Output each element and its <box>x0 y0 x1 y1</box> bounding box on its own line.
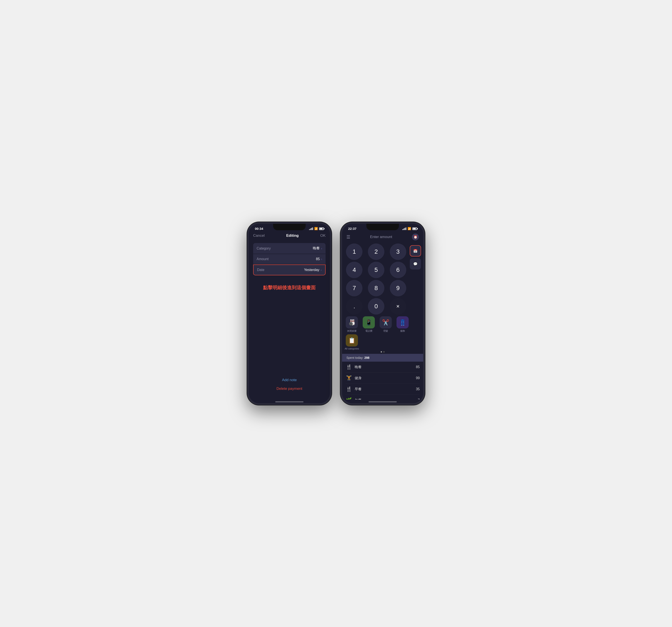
annotation: 點擊明細後進到這個畫面 <box>249 278 330 298</box>
side-buttons: 📅 💬 <box>410 244 421 270</box>
status-icons-2: 📶 <box>402 227 417 230</box>
menu-icon[interactable]: ☰ <box>346 234 350 240</box>
gym-name: 健身 <box>355 376 416 380</box>
battery-icon-2 <box>412 227 417 230</box>
page-dots <box>342 350 423 354</box>
phone2-content: ☰ Enter amount ⏰ 1 2 3 4 5 6 7 8 9 . 0 <box>342 232 423 400</box>
dinner-icon: 🍴 <box>345 364 352 370</box>
phone1-content: Cancel Editing OK Category 晚餐 › Amount 8… <box>249 232 330 400</box>
breakfast-name: 早餐 <box>355 387 416 392</box>
all-categories-icon: 📋 <box>346 334 358 347</box>
signal-icon <box>309 227 313 230</box>
spent-today-label: Spent today: <box>346 356 363 359</box>
today-bar: Spent today: 298 <box>342 354 423 361</box>
entertainment-icon: 🎳 <box>346 316 358 328</box>
phone1: 00:34 📶 Cancel Editing OK Category 晚餐 › <box>247 222 332 405</box>
dot-2 <box>383 351 385 353</box>
category-haircut[interactable]: ✂️ 理髮 <box>378 316 393 332</box>
transaction-breakfast[interactable]: 🍴 早餐 35 <box>345 384 420 395</box>
dinner-amount: 85 <box>416 365 420 369</box>
clothing-label: 服飾 <box>400 329 405 332</box>
phone-icon: 📱 <box>363 316 375 328</box>
add-note-button[interactable]: Add note <box>282 378 297 382</box>
key-9[interactable]: 9 <box>390 280 406 296</box>
all-categories-label: All categories <box>345 347 359 350</box>
amount-value: 85 › <box>316 257 322 261</box>
gym-icon: 🏋️ <box>345 375 352 381</box>
chevron-icon-3: › <box>320 268 322 272</box>
wifi-icon: 📶 <box>314 227 318 230</box>
key-6[interactable]: 6 <box>390 262 406 278</box>
category-value: 晚餐 › <box>313 246 322 251</box>
key-5[interactable]: 5 <box>368 262 384 278</box>
status-icons-1: 📶 <box>309 227 324 230</box>
ok-button[interactable]: OK <box>320 233 326 238</box>
key-3[interactable]: 3 <box>390 244 406 260</box>
key-2[interactable]: 2 <box>368 244 384 260</box>
notch <box>273 224 306 230</box>
transaction-dinner[interactable]: 🍴 晚餐 85 <box>345 361 420 373</box>
transactions-list: 🍴 晚餐 85 🏋️ 健身 99 🍴 早餐 35 🌿 午餐 7 <box>342 361 423 400</box>
amount-label: Amount <box>257 257 268 261</box>
lunch-icon: 🌿 <box>345 397 352 400</box>
date-row[interactable]: Date Yesterday › <box>253 265 326 275</box>
lunch-amount: 7 <box>418 398 420 400</box>
phone-label: 電話費 <box>365 329 373 332</box>
breakfast-amount: 35 <box>416 387 420 391</box>
categories-section: 🎳 休閒娛樂 📱 電話費 ✂️ 理髮 👖 服飾 📋 All cate <box>342 315 423 350</box>
calendar-button[interactable]: 📅 <box>410 245 421 256</box>
enter-amount-title: Enter amount <box>370 235 392 239</box>
category-all[interactable]: 📋 All categories <box>344 334 359 350</box>
breakfast-icon: 🍴 <box>345 386 352 392</box>
haircut-label: 理髮 <box>383 329 388 332</box>
key-1[interactable]: 1 <box>346 244 362 260</box>
key-delete[interactable]: ✕ <box>390 298 406 315</box>
home-indicator-2 <box>368 401 397 402</box>
home-indicator <box>275 401 304 402</box>
key-4[interactable]: 4 <box>346 262 362 278</box>
cancel-button[interactable]: Cancel <box>253 233 265 238</box>
history-button[interactable]: ⏰ <box>412 233 419 241</box>
category-label: Category <box>257 247 271 250</box>
category-row[interactable]: Category 晚餐 › <box>253 243 326 254</box>
dot-1 <box>381 351 382 353</box>
delete-button[interactable]: Delete payment <box>277 386 302 391</box>
dinner-name: 晚餐 <box>355 365 416 370</box>
numpad: 1 2 3 4 5 6 7 8 9 . 0 ✕ <box>344 244 408 315</box>
haircut-icon: ✂️ <box>380 316 392 328</box>
spent-today-amount: 298 <box>364 356 369 359</box>
key-8[interactable]: 8 <box>368 280 384 296</box>
signal-icon-2 <box>402 227 406 230</box>
date-label: Date <box>257 268 264 272</box>
chevron-icon-2: › <box>321 257 322 261</box>
comment-button[interactable]: 💬 <box>410 258 421 270</box>
battery-icon <box>319 227 324 230</box>
key-7[interactable]: 7 <box>346 280 362 296</box>
notch-2 <box>366 224 399 230</box>
time-1: 00:34 <box>255 227 263 230</box>
lunch-name: 午餐 <box>355 398 418 400</box>
phone2: 22:37 📶 ☰ Enter amount ⏰ 1 2 3 4 <box>340 222 425 405</box>
gym-amount: 99 <box>416 376 420 380</box>
form-section: Category 晚餐 › Amount 85 › Date Yesterday… <box>253 243 326 276</box>
nav-title: Editing <box>286 233 299 238</box>
entertainment-label: 休閒娛樂 <box>347 329 357 332</box>
transaction-lunch[interactable]: 🌿 午餐 7 <box>345 395 420 400</box>
date-value: Yesterday › <box>304 268 322 272</box>
clothing-icon: 👖 <box>397 316 409 328</box>
key-dot[interactable]: . <box>346 298 362 315</box>
transaction-gym[interactable]: 🏋️ 健身 99 <box>345 373 420 384</box>
category-phone[interactable]: 📱 電話費 <box>361 316 376 332</box>
bottom-actions: Add note Delete payment <box>249 374 330 395</box>
top-bar: ☰ Enter amount ⏰ <box>342 232 423 244</box>
time-2: 22:37 <box>348 227 356 230</box>
wifi-icon-2: 📶 <box>408 227 411 230</box>
category-entertainment[interactable]: 🎳 休閒娛樂 <box>344 316 359 332</box>
amount-row[interactable]: Amount 85 › <box>253 254 326 264</box>
category-clothing[interactable]: 👖 服飾 <box>395 316 410 332</box>
nav-bar: Cancel Editing OK <box>249 232 330 241</box>
key-0[interactable]: 0 <box>368 298 384 315</box>
chevron-icon: › <box>321 247 322 250</box>
